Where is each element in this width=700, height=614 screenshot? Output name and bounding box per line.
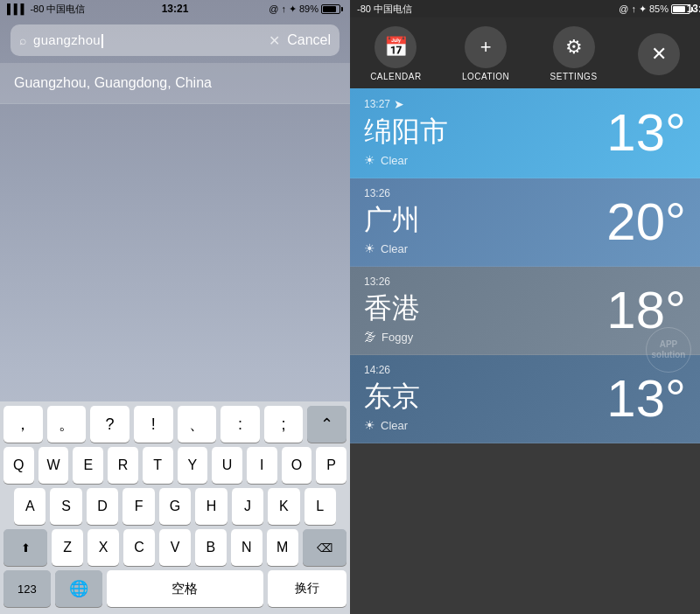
search-suggestion[interactable]: Guangzhou, Guangdong, China — [0, 63, 350, 104]
condition-3: Foggy — [382, 331, 413, 344]
key-g[interactable]: G — [159, 488, 191, 525]
key-i[interactable]: I — [247, 447, 277, 484]
close-icon: ✕ — [651, 43, 667, 66]
condition-4: Clear — [381, 419, 408, 432]
key-u[interactable]: U — [212, 447, 242, 484]
keyboard: ， 。 ? ! 、 : ; ⌃ Q W E R T Y U I O P A S … — [0, 401, 350, 614]
right-rotation-icon: @ — [619, 3, 628, 14]
key-l[interactable]: L — [304, 488, 336, 525]
temp-4: 13° — [606, 373, 686, 425]
left-panel: ▌▌▌ -80 中国电信 13:21 @ ↑ ✦ 89% ⌕ guangzhou… — [0, 0, 350, 614]
key-y[interactable]: Y — [178, 447, 208, 484]
calendar-button[interactable]: 📅 CALENDAR — [370, 26, 421, 81]
toolbar: 📅 CALENDAR + LOCATION ⚙ SETTINGS ✕ — [350, 17, 700, 88]
key-semicolon[interactable]: ; — [264, 406, 304, 443]
key-o[interactable]: O — [282, 447, 312, 484]
key-question[interactable]: ? — [90, 406, 130, 443]
key-f[interactable]: F — [122, 488, 154, 525]
key-comma[interactable]: ， — [4, 406, 43, 443]
upload-icon: ↑ — [281, 3, 286, 14]
right-carrier: -80 中国电信 — [357, 3, 412, 16]
convert-key[interactable]: 换行 — [268, 570, 346, 607]
right-battery-icon — [671, 4, 693, 14]
asdf-row: A S D F G H J K L — [0, 484, 350, 525]
calendar-label: CALENDAR — [370, 72, 421, 81]
delete-key[interactable]: ⌫ — [303, 529, 346, 566]
settings-button[interactable]: ⚙ SETTINGS — [550, 26, 598, 81]
weather-cards: 13:27 ➤ 绵阳市 ☀ Clear 13° 13:26 广州 ☀ Clear… — [350, 88, 700, 614]
key-r[interactable]: R — [108, 447, 138, 484]
key-a[interactable]: A — [14, 488, 46, 525]
status-bar-left: ▌▌▌ -80 中国电信 13:21 @ ↑ ✦ 89% — [0, 0, 350, 17]
search-icon: ⌕ — [19, 33, 26, 47]
right-status-icons: @ ↑ ✦ 85% — [619, 3, 693, 15]
clear-button[interactable]: ✕ — [269, 32, 280, 49]
battery-text: 89% — [299, 3, 318, 14]
search-input[interactable]: guangzhou — [33, 32, 262, 48]
carrier-name: -80 中国电信 — [30, 3, 85, 16]
space-key[interactable]: 空格 — [107, 570, 264, 607]
calendar-icon: 📅 — [374, 26, 416, 68]
bottom-row: 123 🌐 空格 换行 — [0, 566, 350, 614]
settings-label: SETTINGS — [550, 72, 598, 81]
right-upload-icon: ↑ — [631, 3, 636, 14]
condition-1: Clear — [381, 154, 408, 167]
key-e[interactable]: E — [73, 447, 103, 484]
settings-icon: ⚙ — [553, 26, 595, 68]
battery-icon — [321, 4, 343, 14]
key-x[interactable]: X — [88, 529, 119, 566]
key-d[interactable]: D — [87, 488, 118, 525]
key-h[interactable]: H — [195, 488, 227, 525]
key-w[interactable]: W — [38, 447, 69, 484]
key-n[interactable]: N — [231, 529, 262, 566]
cancel-button[interactable]: Cancel — [287, 32, 331, 48]
bluetooth-icon: ✦ — [289, 3, 297, 15]
weather-card-mianyang[interactable]: 13:27 ➤ 绵阳市 ☀ Clear 13° — [350, 88, 700, 178]
key-j[interactable]: J — [232, 488, 263, 525]
close-button[interactable]: ✕ — [638, 33, 680, 75]
left-carrier: ▌▌▌ -80 中国电信 — [7, 3, 85, 16]
key-t[interactable]: T — [143, 447, 173, 484]
key-up[interactable]: ⌃ — [307, 406, 346, 443]
signal-bars: ▌▌▌ — [7, 3, 27, 14]
key-b[interactable]: B — [195, 529, 227, 566]
key-exclaim[interactable]: ! — [134, 406, 173, 443]
right-battery-text: 85% — [649, 3, 668, 14]
key-period[interactable]: 。 — [47, 406, 87, 443]
location-label: LOCATION — [462, 72, 509, 81]
left-status-icons: @ ↑ ✦ 89% — [269, 3, 343, 15]
key-m[interactable]: M — [267, 529, 298, 566]
key-k[interactable]: K — [268, 488, 299, 525]
weather-icon-3: 🌫 — [364, 330, 376, 344]
location-arrow-icon: ➤ — [394, 97, 404, 111]
weather-icon-1: ☀ — [364, 153, 375, 167]
shift-key[interactable]: ⬆ — [4, 529, 47, 566]
qwerty-row: Q W E R T Y U I O P — [0, 443, 350, 484]
weather-card-guangzhou[interactable]: 13:26 广州 ☀ Clear 20° — [350, 178, 700, 267]
punctuation-row: ， 。 ? ! 、 : ; ⌃ — [0, 401, 350, 443]
search-bar[interactable]: ⌕ guangzhou ✕ Cancel — [10, 24, 340, 56]
key-s[interactable]: S — [50, 488, 81, 525]
num-key[interactable]: 123 — [4, 570, 51, 607]
left-time: 13:21 — [162, 3, 189, 15]
key-p[interactable]: P — [316, 447, 346, 484]
right-bluetooth-icon: ✦ — [639, 3, 647, 15]
weather-icon-2: ☀ — [364, 241, 375, 255]
zxcv-row: ⬆ Z X C V B N M ⌫ — [0, 525, 350, 566]
weather-icon-4: ☀ — [364, 418, 375, 432]
condition-2: Clear — [381, 242, 408, 255]
key-v[interactable]: V — [159, 529, 191, 566]
key-pause[interactable]: 、 — [178, 406, 217, 443]
temp-2: 20° — [606, 196, 686, 248]
key-q[interactable]: Q — [4, 447, 34, 484]
key-colon[interactable]: : — [220, 406, 260, 443]
globe-key[interactable]: 🌐 — [55, 570, 102, 607]
watermark: APPsolution — [646, 327, 691, 373]
temp-1: 13° — [606, 107, 686, 159]
key-c[interactable]: C — [123, 529, 155, 566]
status-bar-right: -80 中国电信 13:27 @ ↑ ✦ 85% — [350, 0, 700, 17]
key-z[interactable]: Z — [52, 529, 83, 566]
weather-card-tokyo[interactable]: 14:26 东京 ☀ Clear 13° APPsolution — [350, 355, 700, 443]
location-icon: + — [465, 26, 507, 68]
location-button[interactable]: + LOCATION — [462, 26, 509, 81]
